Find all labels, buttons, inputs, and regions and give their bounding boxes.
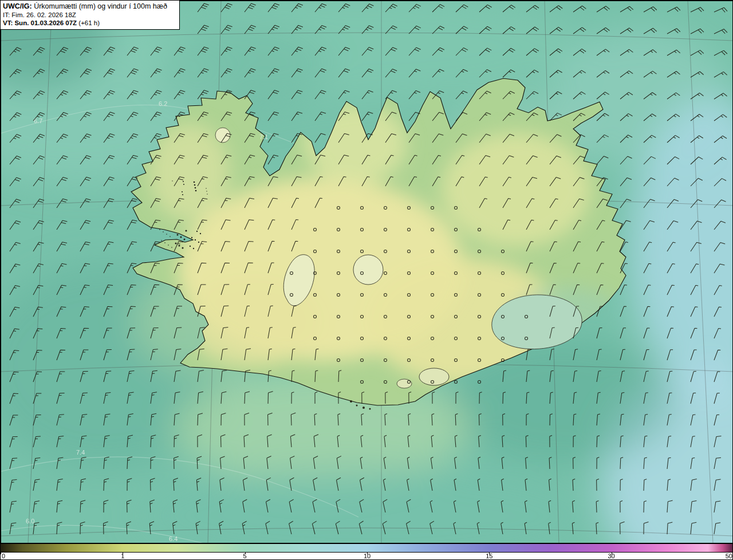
skerry-dot	[182, 247, 184, 249]
skerry-dot	[183, 184, 184, 185]
island-vestmannaeyjar	[369, 408, 371, 410]
model-name: UWC/IG:	[3, 2, 32, 10]
skerry-dot	[190, 246, 191, 247]
weather-map-stage: 6.76.27.17.46.06.4 UWC/IG: Úrkomumætti (…	[0, 0, 733, 560]
map-title: Úrkomumætti (mm) og vindur í 100m hæð	[32, 2, 167, 10]
skerry-dot	[195, 239, 196, 240]
skerry-dot	[191, 237, 192, 238]
land-shade-blob	[442, 132, 590, 247]
contour-label: 6.0	[26, 518, 34, 524]
init-time: IT: Fim. 26. 02. 2026 18Z	[3, 11, 175, 19]
skerry-dot	[166, 234, 167, 235]
colorbar-tick-label: 50	[726, 553, 732, 560]
skerry-dot	[168, 244, 169, 246]
weather-map: 6.76.27.17.46.06.4	[1, 1, 733, 543]
skerry-dot	[206, 188, 206, 188]
colorbar-tick	[612, 553, 612, 554]
valid-time-offset: (+61 h)	[77, 19, 100, 26]
island-vestmannaeyjar	[362, 407, 365, 409]
contour-label: 7.4	[76, 449, 85, 456]
skerry-dot	[171, 247, 172, 248]
skerry-dot	[172, 180, 172, 181]
skerry-dot	[196, 231, 198, 232]
forecast-title-box: UWC/IG: Úrkomumætti (mm) og vindur í 100…	[1, 1, 180, 30]
colorbar-tick	[489, 553, 490, 554]
skerry-dot	[206, 191, 207, 191]
skerry-dot	[184, 239, 186, 240]
colorbar-tick	[1, 553, 1, 554]
colorbar: 01510153050	[1, 543, 733, 560]
skerry-dot	[195, 190, 197, 192]
skerry-dot	[195, 187, 196, 189]
island-vestmannaeyjar	[350, 400, 352, 403]
colorbar-tick	[245, 553, 246, 554]
colorbar-tick	[367, 553, 368, 554]
skerry-dot	[194, 182, 195, 183]
skerry-dot	[170, 236, 171, 237]
skerry-dot	[207, 194, 207, 194]
colorbar-tick	[123, 553, 123, 554]
skerry-dot	[182, 194, 183, 195]
valid-time: VT: Sun. 01.03.2026 07Z	[3, 19, 77, 26]
skerry-dot	[177, 234, 179, 236]
contour-label: 6.2	[159, 100, 167, 107]
skerry-dot	[180, 236, 182, 238]
skerry-dot	[200, 233, 201, 234]
skerry-dot	[198, 242, 199, 243]
skerry-dot	[159, 229, 160, 230]
skerry-dot	[164, 242, 165, 243]
skerry-dot	[182, 191, 183, 192]
glacier-outline-hofsjokull	[353, 255, 383, 285]
valid-time-line: VT: Sun. 01.03.2026 07Z (+61 h)	[3, 19, 175, 27]
skerry-dot	[161, 240, 162, 241]
contour-label: 6.4	[169, 535, 178, 542]
colorbar-gradient	[1, 543, 733, 553]
skerry-dot	[194, 184, 196, 186]
colorbar-tick-label: 0	[2, 553, 5, 560]
skerry-dot	[183, 181, 184, 182]
skerry-dot	[175, 243, 177, 244]
skerry-dot	[193, 248, 194, 249]
skerry-dot	[186, 230, 187, 232]
island-vestmannaeyjar	[356, 405, 358, 407]
skerry-dot	[179, 245, 180, 247]
contour-label: 7.1	[259, 133, 268, 140]
skerry-dot	[163, 231, 164, 232]
title-line: UWC/IG: Úrkomumætti (mm) og vindur í 100…	[3, 2, 175, 11]
glacier-outline-myrdalsjokull	[419, 368, 449, 385]
